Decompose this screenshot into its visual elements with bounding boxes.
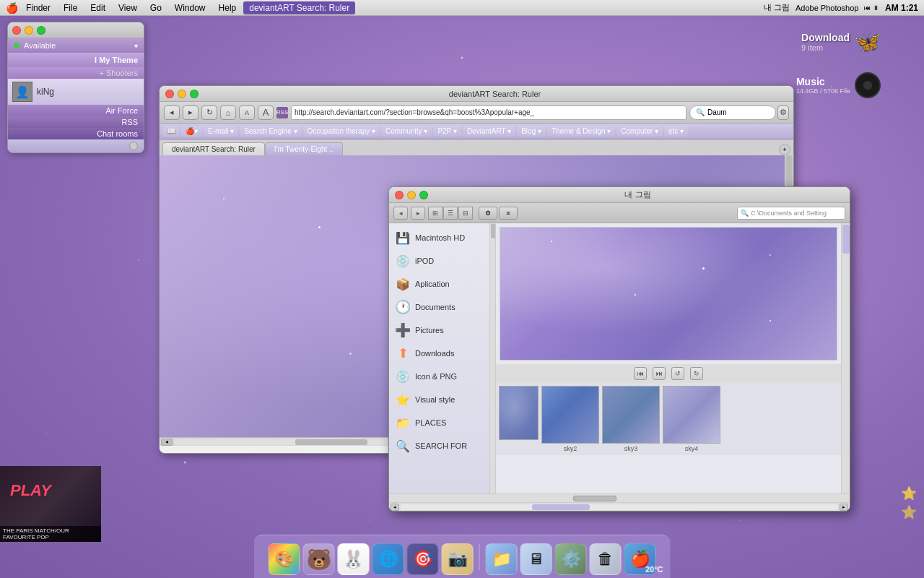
airforce-item[interactable]: Air Force: [8, 105, 144, 116]
nav-occupation[interactable]: Occupation therapy ▾: [303, 126, 380, 137]
refresh-button[interactable]: ↻: [201, 105, 217, 120]
h-scrollbar-thumb[interactable]: [295, 439, 367, 445]
fm-thumbnail-sky2[interactable]: sky2: [541, 386, 599, 452]
forward-button[interactable]: ▸: [183, 105, 199, 120]
fm-scroll-left2[interactable]: ◂: [391, 504, 399, 511]
nav-blog[interactable]: Blog ▾: [517, 126, 546, 137]
menu-window[interactable]: Window: [169, 1, 212, 14]
fm-sort[interactable]: ≡: [499, 207, 518, 220]
maximize-button[interactable]: [37, 26, 45, 35]
fm-sidebar-icons[interactable]: 💿 Icon & PNG: [389, 365, 489, 388]
menu-edit[interactable]: Edit: [84, 1, 111, 14]
nav-bookmarks[interactable]: 📖: [162, 126, 180, 137]
fm-sidebar-search[interactable]: 🔍 SEARCH FOR: [389, 434, 489, 457]
fm-sidebar-visual[interactable]: ⭐ Visual style: [389, 388, 489, 411]
media-ccw[interactable]: ↺: [671, 367, 684, 380]
dock-item-5[interactable]: 🎯: [407, 543, 439, 575]
fm-view-list[interactable]: ☰: [443, 207, 458, 220]
menu-help[interactable]: Help: [213, 1, 243, 14]
search-input[interactable]: 🔍 Daum: [689, 105, 776, 120]
search-options[interactable]: ⚙: [777, 105, 789, 120]
nav-computer[interactable]: Computer ▾: [616, 126, 663, 137]
new-tab-btn[interactable]: +: [779, 144, 790, 155]
fm-view-panel[interactable]: ⊟: [458, 207, 473, 220]
menu-go[interactable]: Go: [144, 1, 167, 14]
nav-p2p[interactable]: P2P ▾: [433, 126, 461, 137]
fm-thumbnail-sky3[interactable]: sky3: [602, 386, 660, 452]
nav-email[interactable]: E-mail ▾: [204, 126, 238, 137]
chatrooms-item[interactable]: Chat rooms: [8, 128, 144, 139]
media-cw[interactable]: ↻: [690, 367, 703, 380]
dock-item-8[interactable]: 🖥: [520, 543, 552, 575]
fm-sidebar-scrollbar-thumb[interactable]: [491, 224, 495, 238]
fm-sidebar-downloads[interactable]: ⬆ Downloads: [389, 342, 489, 365]
minimize-button[interactable]: [25, 26, 33, 35]
user-row[interactable]: 👤 kiNg: [8, 79, 144, 105]
shooters-item[interactable]: + Shooters: [8, 67, 144, 79]
dock-trash[interactable]: 🗑: [590, 543, 622, 575]
browser-minimize[interactable]: [178, 90, 186, 98]
fm-view-grid[interactable]: ⊞: [428, 207, 443, 220]
rss-item[interactable]: RSS: [8, 116, 144, 128]
browser-close[interactable]: [165, 90, 174, 98]
fm-close[interactable]: [395, 191, 404, 199]
dock-item-7[interactable]: 📁: [486, 543, 518, 575]
fm-sidebar-ipod[interactable]: 💿 iPOD: [389, 249, 489, 272]
status-dropdown-icon[interactable]: ▾: [134, 42, 138, 50]
home-button[interactable]: ⌂: [220, 105, 236, 120]
url-bar[interactable]: http://search.deviantart.com/?section=br…: [291, 105, 687, 120]
fm-sidebar-macintosh[interactable]: 💾 Macintosh HD: [389, 226, 489, 249]
fm-forward[interactable]: ▸: [411, 207, 425, 220]
nav-etc[interactable]: etc ▾: [664, 126, 688, 137]
dock-item-9[interactable]: ⚙️: [555, 543, 587, 575]
menu-file[interactable]: File: [58, 1, 83, 14]
nav-search-engine[interactable]: Search Engine ▾: [240, 126, 301, 137]
my-theme-item[interactable]: I My Theme: [8, 53, 144, 67]
fm-sidebar-scrollbar[interactable]: [490, 223, 496, 493]
fm-thumbnail-sky4[interactable]: sky4: [663, 386, 720, 452]
menubar-controls[interactable]: ⏮ ⏸: [864, 4, 879, 12]
fm-search-bar[interactable]: 🔍 C:\Documents and Setting: [737, 207, 845, 220]
bottom-thumbnail[interactable]: PLAY THE PARIS MATCH/OUR FAVOURITE POP: [0, 466, 101, 542]
fm-sidebar-aplication[interactable]: 📦 Aplication: [389, 272, 489, 296]
tab-twentyeight[interactable]: I'm Twenty-Eight ..: [265, 142, 343, 155]
media-prev[interactable]: ⏮: [634, 367, 647, 380]
back-button[interactable]: ◂: [164, 105, 180, 120]
nav-community[interactable]: Community ▾: [381, 126, 432, 137]
fm-sidebar-places[interactable]: 📁 PLACES: [389, 411, 489, 434]
apple-menu[interactable]: 🍎: [4, 0, 19, 16]
font-small[interactable]: A: [239, 105, 255, 120]
fm-h-scrollbar[interactable]: [389, 493, 850, 502]
fm-back[interactable]: ◂: [393, 207, 408, 220]
menu-finder[interactable]: Finder: [20, 1, 56, 14]
nav-theme[interactable]: Theme & Design ▾: [547, 126, 615, 137]
fm-sidebar-documents[interactable]: 🕐 Documents: [389, 296, 489, 319]
fm-right-scrollbar-thumb[interactable]: [842, 225, 850, 254]
fm-scroll-right2[interactable]: ▸: [840, 504, 848, 511]
dock-item-4[interactable]: 🌐: [372, 543, 404, 575]
nav-apple[interactable]: 🍎▾: [181, 126, 202, 137]
fm-maximize[interactable]: [419, 191, 428, 199]
font-large[interactable]: A: [258, 105, 274, 120]
close-button[interactable]: [12, 26, 21, 35]
fm-bottom-thumb[interactable]: [532, 504, 590, 510]
dock-item-2[interactable]: 🐻: [303, 543, 335, 575]
fm-sidebar-pictures[interactable]: ➕ Pictures: [389, 319, 489, 342]
scroll-left[interactable]: ◂: [161, 439, 173, 446]
fm-thumbnail-first[interactable]: [499, 386, 539, 452]
messenger-status[interactable]: Available ▾: [8, 38, 144, 53]
messenger-toggle[interactable]: [129, 142, 138, 150]
fm-h-scrollbar-thumb[interactable]: [573, 496, 616, 501]
browser-maximize[interactable]: [190, 90, 199, 98]
fm-right-scrollbar[interactable]: [841, 223, 850, 493]
nav-deviantart[interactable]: DeviantART ▾: [463, 126, 515, 137]
menu-view[interactable]: View: [113, 1, 143, 14]
menu-active-app[interactable]: deviantART Search: Ruler: [243, 1, 355, 14]
fm-gear[interactable]: ⚙: [479, 207, 497, 220]
dock-item-6[interactable]: 📷: [442, 543, 474, 575]
dock-launchpad[interactable]: 🎨: [269, 543, 300, 575]
dock-item-3[interactable]: 🐰: [338, 543, 370, 575]
media-next[interactable]: ⏭: [653, 367, 666, 380]
fm-minimize[interactable]: [407, 191, 416, 199]
tab-deviantart[interactable]: deviantART Search: Ruler: [162, 142, 265, 155]
